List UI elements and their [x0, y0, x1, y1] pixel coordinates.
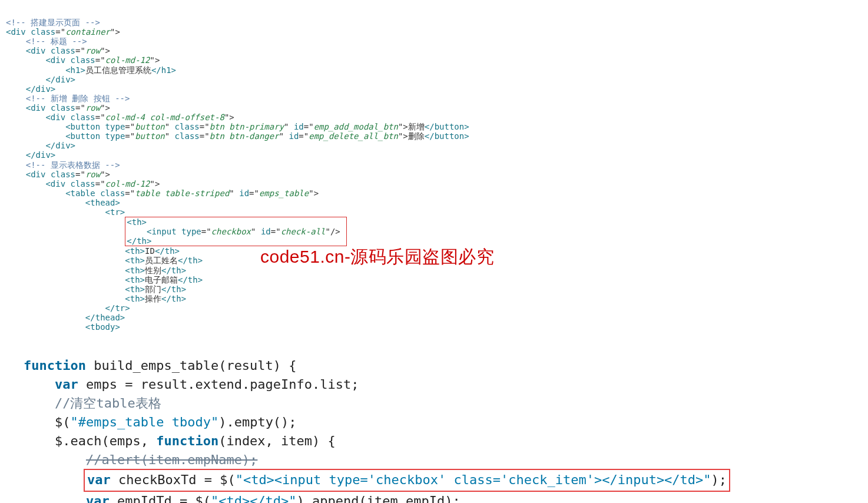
comment: <!-- 标题 -->	[26, 37, 87, 46]
code: emps = result.extend.pageInfo.list;	[78, 377, 359, 392]
highlighted-checkbox-td-line: var checkBoxTd = $("<td><input type='che…	[84, 469, 730, 492]
string: "#emps_table tbody"	[70, 415, 218, 429]
code: ).empty();	[218, 415, 296, 429]
tag: </tr>	[105, 303, 130, 313]
text: 员工信息管理系统	[85, 65, 151, 75]
tag: <div class="row">	[26, 170, 110, 179]
tag: </div>	[45, 75, 75, 84]
text: 电子邮箱	[145, 275, 178, 284]
tag: <th>	[125, 294, 145, 303]
tag: <button type="button" class="btn btn-dan…	[65, 131, 408, 141]
comment: <!-- 搭建显示页面 -->	[6, 18, 100, 27]
tag: </button>	[425, 131, 469, 141]
code: $.each(emps,	[55, 433, 156, 448]
text: 员工姓名	[145, 256, 178, 265]
tag: <div class="col-md-4 col-md-offset-8">	[45, 112, 234, 122]
comment: <!-- 显示表格数据 -->	[26, 160, 120, 170]
tag: </th>	[155, 246, 180, 256]
tag: <h1>	[65, 65, 85, 75]
comment-strike: //alert(item.empName);	[86, 452, 257, 467]
tag: <div class="row">	[26, 103, 110, 112]
tag: <div class="col-md-12">	[45, 55, 160, 65]
tag: </div>	[45, 141, 75, 150]
tag: <div class="row">	[26, 46, 110, 55]
highlighted-th-checkbox: <th> <input type="checkbox" id="check-al…	[125, 217, 347, 246]
keyword: function	[156, 433, 218, 448]
tag: <thead>	[85, 198, 120, 207]
tag: </th>	[161, 294, 186, 303]
tag: </div>	[26, 84, 56, 94]
html-source-block: <!-- 搭建显示页面 --> <div class="container"> …	[0, 0, 868, 337]
text: 部门	[145, 284, 161, 294]
tag: </th>	[161, 284, 186, 294]
code: ).append(item.empId);	[297, 494, 460, 503]
tag: <input type="checkbox" id="check-all"/>	[147, 227, 340, 236]
tag: </th>	[178, 256, 203, 265]
tag: <table class="table table-striped" id="e…	[65, 188, 319, 198]
tag: <tr>	[105, 207, 125, 217]
tag: </div>	[26, 150, 56, 160]
tag: </th>	[178, 275, 203, 284]
tag: <th>	[125, 256, 145, 265]
string: "<td></td>"	[211, 494, 297, 503]
comment: //清空table表格	[55, 396, 161, 411]
tag: <th>	[125, 266, 145, 275]
tag: </button>	[425, 122, 469, 131]
text: 新增	[408, 122, 425, 131]
comment: <!-- 新增 删除 按钮 -->	[26, 94, 130, 103]
code: $(	[55, 415, 71, 429]
tag: <div class="container">	[6, 27, 120, 37]
keyword: var	[86, 494, 110, 503]
js-source-block: function build_emps_table(result) { var …	[0, 337, 868, 503]
tag: <th>	[125, 284, 145, 294]
text: 性别	[145, 266, 161, 275]
text: ID	[145, 246, 155, 256]
tag: <button type="button" class="btn btn-pri…	[65, 122, 408, 131]
tag: </th>	[161, 266, 186, 275]
text: 删除	[408, 131, 425, 141]
tag: <div class="col-md-12">	[45, 179, 160, 188]
keyword: function	[24, 358, 86, 373]
tag: <tbody>	[85, 322, 120, 332]
tag: </thead>	[85, 313, 125, 322]
code: empIdTd = $(	[110, 494, 211, 503]
text: 操作	[145, 294, 161, 303]
tag: </h1>	[151, 65, 176, 75]
tag: <th>	[125, 275, 145, 284]
code: build_emps_table(result) {	[86, 358, 297, 373]
keyword: var	[55, 377, 78, 392]
tag: <th>	[125, 246, 145, 256]
code: (index, item) {	[218, 433, 336, 448]
